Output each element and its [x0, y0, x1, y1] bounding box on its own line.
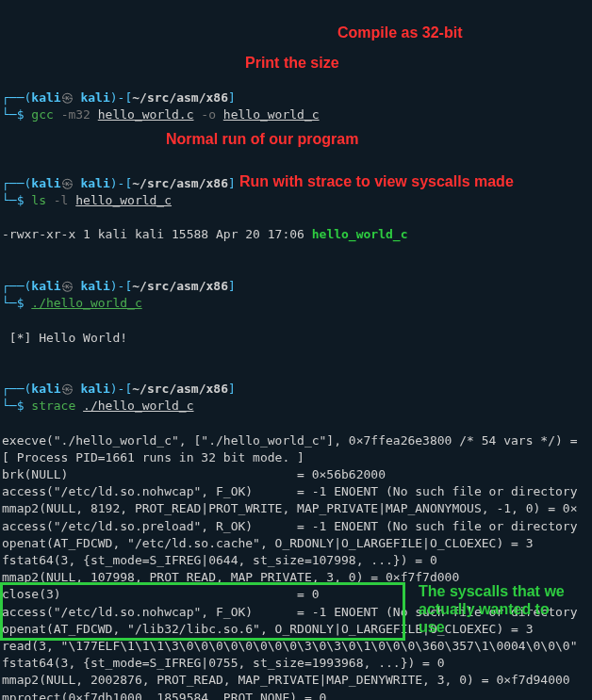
- strace-line: fstat64(3, {st_mode=S_IFREG|0644, st_siz…: [2, 553, 437, 567]
- strace-line: access("/etc/ld.so.preload", R_OK) = -1 …: [2, 519, 577, 533]
- strace-line: mprotect(0×f7db1000, 1859584, PROT_NONE)…: [2, 691, 326, 701]
- cmd-line-strace: └─$ strace ./hello_world_c: [2, 399, 194, 413]
- ls-output: -rwxr-xr-x 1 kali kali 15588 Apr 20 17:0…: [2, 227, 407, 241]
- prompt-line-3: ┌──(kali㉿ kali)-[~/src/asm/x86]: [2, 279, 236, 293]
- annotation-normalrun: Normal run of our program: [166, 129, 358, 150]
- strace-line: read(3, "\177ELF\1\1\1\3\0\0\0\0\0\0\0\0…: [2, 639, 577, 653]
- prompt-line-2: ┌──(kali㉿ kali)-[~/src/asm/x86]: [2, 176, 236, 190]
- annotation-printsize: Print the size: [245, 53, 339, 73]
- annotation-syscalls: The syscalls that we actually wanted to …: [419, 582, 579, 637]
- strace-line: mmap2(NULL, 8192, PROT_READ|PROT_WRITE, …: [2, 501, 577, 515]
- cmd-line-run: └─$ ./hello_world_c: [2, 296, 142, 310]
- prompt-line-4: ┌──(kali㉿ kali)-[~/src/asm/x86]: [2, 382, 236, 396]
- run-output: [*] Hello World!: [2, 331, 127, 345]
- highlight-box: [0, 582, 405, 641]
- cmd-line-ls: └─$ ls -l hello_world_c: [2, 193, 172, 207]
- cmd-line-gcc: └─$ gcc -m32 hello_world.c -o hello_worl…: [2, 107, 320, 122]
- strace-line: openat(AT_FDCWD, "/etc/ld.so.cache", O_R…: [2, 536, 534, 550]
- strace-line: brk(NULL) = 0×56b62000: [2, 467, 386, 481]
- annotation-strace: Run with strace to view syscalls made: [239, 171, 514, 192]
- annotation-compile: Compile as 32-bit: [337, 23, 462, 43]
- prompt-line-1: ┌──(kali㉿ kali)-[~/src/asm/x86]: [2, 90, 236, 105]
- strace-line: [ Process PID=1661 runs in 32 bit mode. …: [2, 450, 304, 464]
- strace-line: access("/etc/ld.so.nohwcap", F_OK) = -1 …: [2, 484, 577, 498]
- strace-line: mmap2(NULL, 2002876, PROT_READ, MAP_PRIV…: [2, 673, 570, 687]
- strace-line: fstat64(3, {st_mode=S_IFREG|0755, st_siz…: [2, 656, 445, 670]
- strace-line: execve("./hello_world_c", ["./hello_worl…: [2, 433, 584, 448]
